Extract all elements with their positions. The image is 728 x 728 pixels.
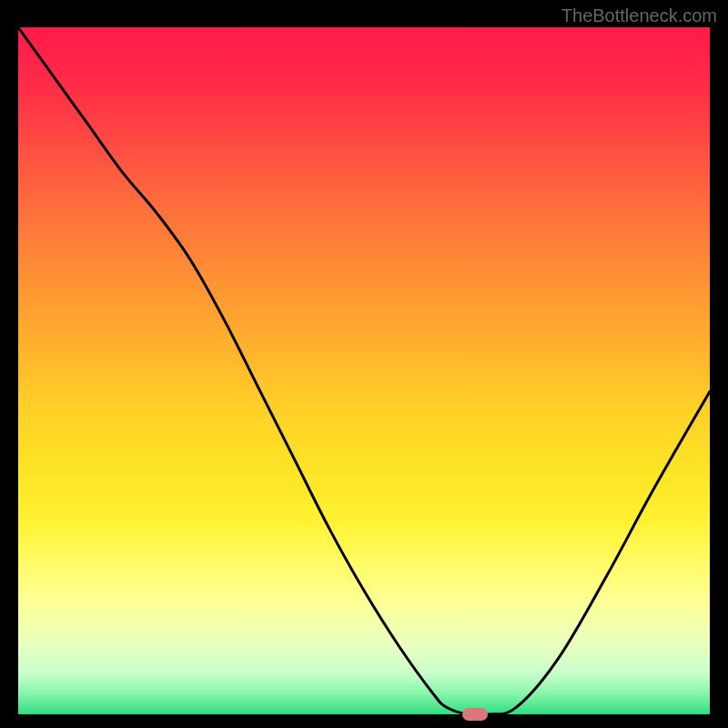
bottleneck-curve	[18, 27, 710, 714]
chart-plot-area	[18, 27, 710, 714]
optimal-point-marker	[462, 708, 488, 721]
watermark-text: TheBottleneck.com	[561, 5, 717, 26]
